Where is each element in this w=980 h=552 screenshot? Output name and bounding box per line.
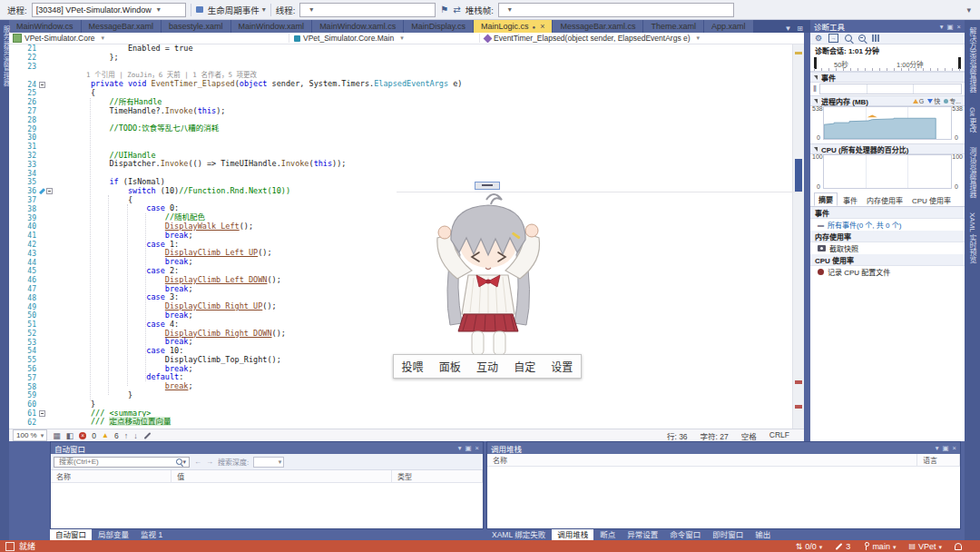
forward-icon[interactable]: → (206, 458, 213, 466)
document-tab[interactable]: App.xaml (704, 20, 753, 33)
pet-menu-item[interactable]: 自定 (514, 359, 535, 374)
code-fix-icon[interactable] (143, 432, 151, 439)
document-tab[interactable]: MainWindow.xaml.cs (312, 20, 403, 33)
window-menu-icon[interactable]: ▾ (936, 444, 939, 452)
panel-tab[interactable]: 断点 (594, 529, 621, 540)
diagnostics-tab[interactable]: 内存使用率 (863, 194, 906, 206)
pet-menu-item[interactable]: 互动 (476, 359, 498, 374)
diagnostics-tab[interactable]: CPU 使用率 (908, 194, 955, 206)
panel-tab[interactable]: XAML 绑定失败 (486, 529, 551, 540)
panel-tab[interactable]: 命令窗口 (664, 529, 706, 540)
git-branch-status[interactable]: main (863, 542, 896, 551)
grid-icon[interactable]: ▦ (53, 431, 61, 440)
breadcrumb-project[interactable]: VPet-Simulator.Core (13, 34, 285, 43)
split-icon[interactable]: ◧ (66, 431, 74, 440)
document-tab[interactable]: MainDisplay.cs (404, 20, 473, 33)
lifecycle-events-button[interactable]: 生命周期事件 (208, 4, 266, 16)
error-icon[interactable] (79, 432, 86, 439)
breadcrumb-type[interactable]: VPet_Simulator.Core.Main (289, 34, 475, 43)
settings-gear-icon[interactable]: ⚙ (815, 34, 822, 43)
chart-select-icon[interactable] (872, 34, 880, 42)
close-icon[interactable]: × (953, 444, 956, 452)
spaces-indicator[interactable]: 空格 (741, 430, 757, 441)
git-repo-status[interactable]: ▤ VPet (908, 542, 942, 551)
pending-edits-status[interactable]: 3 (835, 542, 850, 551)
export-icon[interactable]: → (828, 34, 838, 43)
pet-character[interactable] (410, 187, 569, 355)
diagnostics-tab[interactable]: 摘要 (814, 192, 838, 206)
zoom-out-icon[interactable] (858, 34, 866, 42)
right-dock-tab[interactable]: XAML 实时预览 (967, 212, 977, 263)
tab-list-dropdown-icon[interactable]: ▼ (784, 25, 791, 33)
all-events-link[interactable]: ▬ 所有事件(0 个, 共 0 个) (810, 219, 965, 231)
right-dock-tab[interactable]: 测试资源管理器 (967, 147, 977, 198)
column-header[interactable]: 名称 (487, 454, 917, 466)
document-tab[interactable]: MainWindow.cs (9, 20, 81, 33)
pin-icon[interactable]: ▣ (947, 23, 954, 31)
git-sync-status[interactable]: ⇅ 0/0 (796, 542, 823, 551)
diagnostic-tools-title-bar[interactable]: 诊断工具 ▾ ▣ × (810, 20, 965, 33)
take-snapshot-link[interactable]: 截取快照 (810, 242, 965, 254)
record-cpu-profile-link[interactable]: 记录 CPU 配置文件 (810, 266, 965, 278)
timeline-ruler[interactable]: 50秒 1:00分钟 (810, 55, 965, 72)
pin-icon[interactable]: ▣ (943, 444, 949, 452)
fold-collapse-icon[interactable] (46, 188, 53, 194)
document-tab[interactable]: MainLogic.cs (474, 20, 552, 33)
prev-issue-icon[interactable]: ↑ (124, 431, 129, 440)
column-indicator[interactable]: 字符: 27 (701, 430, 729, 441)
panel-tab[interactable]: 异常设置 (622, 529, 663, 540)
zoom-combo[interactable]: 100 % (13, 429, 47, 441)
document-tab[interactable]: basestyle.xaml (162, 20, 230, 33)
memory-section-header[interactable]: 进程内存 (MB) G 快 专... (810, 95, 965, 106)
back-icon[interactable]: ← (194, 458, 201, 466)
column-header[interactable]: 类型 (392, 470, 483, 482)
document-tab[interactable]: MainWindow.xaml (231, 20, 312, 33)
panel-tab[interactable]: 调用堆栈 (552, 529, 593, 540)
search-options-caret-icon[interactable]: ▾ (182, 458, 186, 466)
autos-title-bar[interactable]: 自动窗口 ▾ ▣ × (51, 442, 483, 454)
panel-tab[interactable]: 自动窗口 (50, 529, 92, 540)
pet-menu-item[interactable]: 投喂 (402, 359, 424, 374)
document-tab[interactable]: Theme.xaml (643, 20, 703, 33)
column-header[interactable]: 名称 (51, 470, 172, 482)
close-icon[interactable]: × (957, 23, 961, 31)
cpu-chart[interactable]: 100 100 0 0 (810, 154, 965, 189)
toolbar-overflow-icon[interactable]: ▾ (966, 5, 971, 15)
document-tab[interactable]: MessageBar.xaml (82, 20, 162, 33)
pet-menu-item[interactable]: 面板 (439, 359, 461, 374)
line-indicator[interactable]: 行: 36 (667, 430, 688, 441)
line-ending-indicator[interactable]: CRLF (769, 430, 789, 441)
right-dock-tab[interactable]: 解决方案资源管理器 (967, 27, 977, 93)
search-input-box[interactable]: ▾ (54, 457, 190, 468)
fold-collapse-icon[interactable] (39, 410, 45, 417)
editor-scrollbar[interactable] (792, 44, 804, 429)
thread-combo[interactable] (299, 3, 436, 17)
search-depth-combo[interactable] (253, 457, 284, 468)
column-header[interactable]: 语言 (917, 454, 960, 466)
close-icon[interactable]: × (475, 444, 479, 452)
memory-chart[interactable]: 538 538 0 0 (810, 106, 965, 140)
swap-threads-icon[interactable]: ⇄ (453, 5, 460, 15)
column-header[interactable]: 值 (172, 470, 392, 482)
fold-collapse-icon[interactable] (39, 82, 45, 88)
events-track-area[interactable] (819, 84, 962, 94)
notifications-bell[interactable] (955, 543, 962, 550)
pet-menu-item[interactable]: 设置 (551, 359, 573, 374)
right-dock-tab[interactable]: Git 更改 (967, 107, 977, 133)
search-input[interactable] (57, 457, 176, 467)
window-menu-icon[interactable]: ▾ (458, 444, 462, 452)
diagnostics-tab[interactable]: 事件 (839, 194, 861, 206)
panel-tab[interactable]: 局部变量 (93, 529, 134, 540)
float-window-icon[interactable]: ⊞ (797, 25, 803, 33)
panel-tab[interactable]: 输出 (750, 529, 776, 540)
close-tab-icon[interactable] (535, 20, 544, 33)
stack-frame-combo[interactable] (498, 3, 734, 17)
panel-tab[interactable]: 监视 1 (135, 529, 168, 540)
scrollbar-thumb[interactable] (795, 159, 802, 192)
next-issue-icon[interactable]: ↓ (133, 431, 138, 440)
window-menu-icon[interactable]: ▾ (940, 23, 944, 31)
cpu-section-header[interactable]: CPU (所有处理器的百分比) (810, 143, 965, 154)
zoom-in-icon[interactable] (845, 34, 852, 42)
panel-tab[interactable]: 即时窗口 (707, 529, 749, 540)
breadcrumb-member[interactable]: EventTimer_Elapsed(object sender, Elapse… (479, 34, 800, 43)
